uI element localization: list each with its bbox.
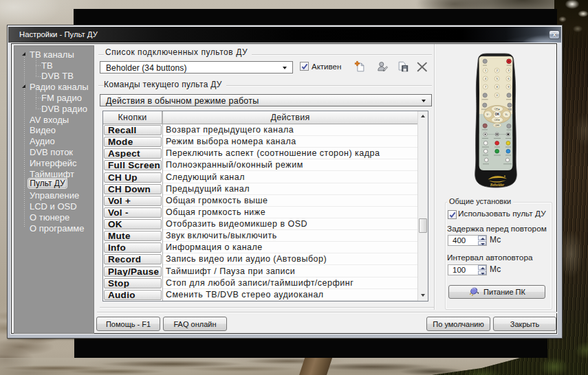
svg-text:OK: OK [495, 113, 501, 116]
svg-text:V+: V+ [505, 113, 508, 116]
svg-text:CH▼: CH▼ [494, 119, 500, 122]
svg-text:V−: V− [487, 113, 490, 116]
svg-text:OFF: OFF [495, 124, 499, 127]
svg-text:Beholder: Beholder [490, 183, 505, 187]
svg-text:CH▲: CH▲ [494, 108, 500, 111]
